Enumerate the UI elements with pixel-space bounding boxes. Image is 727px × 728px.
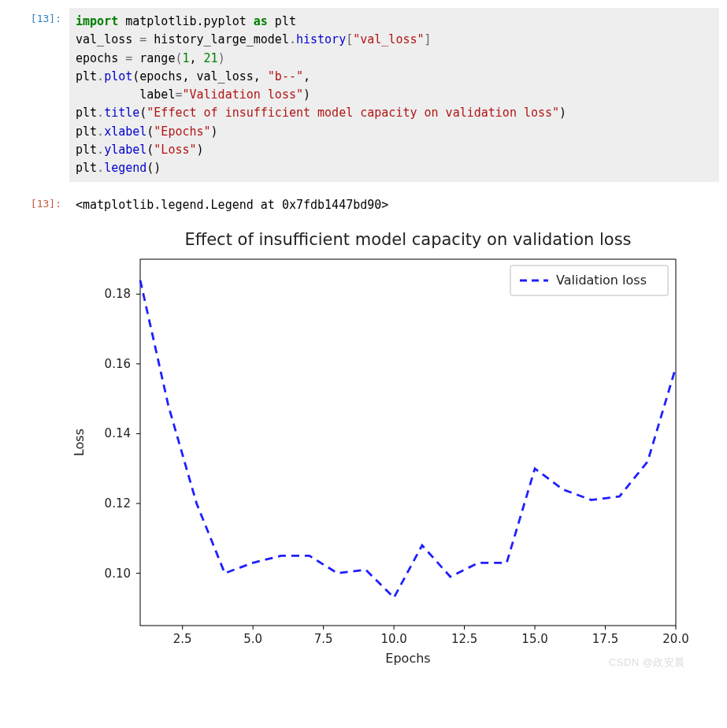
str: "Validation loss": [182, 87, 303, 102]
attr: plot: [104, 69, 132, 84]
code-text: plt: [76, 161, 97, 175]
svg-text:10.0: 10.0: [380, 632, 406, 646]
code-text: ): [303, 87, 310, 102]
op: .: [97, 143, 104, 157]
svg-text:17.5: 17.5: [592, 632, 618, 646]
code-text: plt: [76, 69, 97, 84]
code-text: plt: [76, 124, 97, 139]
code-text: [132, 51, 139, 65]
code-text: plt: [268, 14, 296, 28]
svg-text:5.0: 5.0: [243, 632, 262, 646]
output-cell: [13]: <matplotlib.legend.Legend at 0x7fd…: [8, 193, 719, 217]
svg-text:0.16: 0.16: [105, 357, 131, 371]
svg-text:0.12: 0.12: [105, 496, 131, 511]
op: .: [97, 106, 104, 120]
op: .: [97, 69, 104, 84]
code-text: ): [211, 124, 218, 139]
fn: range: [139, 51, 175, 65]
num: 21: [204, 51, 218, 65]
code-text: label: [76, 87, 175, 102]
svg-text:2.5: 2.5: [173, 632, 192, 646]
op: =: [139, 32, 147, 46]
svg-text:Effect of insufficient model c: Effect of insufficient model capacity on…: [184, 230, 631, 249]
code-text: matplotlib.pyplot: [118, 14, 254, 28]
str: "Loss": [154, 143, 196, 157]
svg-text:20.0: 20.0: [662, 632, 688, 646]
str: "Epochs": [154, 124, 210, 139]
op: ]: [425, 32, 432, 46]
op: .: [289, 32, 296, 46]
code-text: val_loss: [76, 32, 139, 46]
svg-text:0.10: 0.10: [105, 566, 131, 581]
op: [: [346, 32, 353, 46]
input-cell: [13]: import matplotlib.pyplot as plt va…: [8, 8, 719, 182]
code-text: (: [147, 124, 154, 139]
code-text: plt: [76, 106, 97, 120]
code-text: plt: [76, 143, 97, 157]
attr: ylabel: [104, 143, 147, 157]
code-text: ): [559, 106, 566, 120]
code-text: epochs: [76, 51, 125, 65]
code-text: history_large_model: [147, 32, 289, 46]
svg-text:Loss: Loss: [72, 429, 87, 456]
chart-svg: Effect of insufficient model capacity on…: [69, 228, 692, 669]
svg-text:15.0: 15.0: [521, 632, 547, 646]
output-text: <matplotlib.legend.Legend at 0x7fdb1447b…: [69, 193, 719, 217]
watermark-text: CSDN @政安晨: [609, 656, 685, 670]
attr: title: [104, 106, 139, 120]
kw-as: as: [254, 14, 268, 28]
svg-text:0.18: 0.18: [105, 288, 131, 302]
svg-text:12.5: 12.5: [451, 632, 477, 646]
op: .: [97, 124, 104, 139]
attr: legend: [104, 161, 147, 175]
op: =: [125, 51, 132, 65]
kw-import: import: [76, 14, 118, 28]
code-text: (epochs, val_loss,: [132, 69, 268, 84]
str: "Effect of insufficient model capacity o…: [147, 106, 559, 120]
code-text: (: [139, 106, 147, 120]
chart-output: Effect of insufficient model capacity on…: [69, 228, 692, 671]
svg-text:Validation loss: Validation loss: [556, 273, 647, 288]
svg-text:Epochs: Epochs: [385, 651, 430, 666]
str: "b--": [268, 69, 303, 84]
code-text: (): [147, 161, 161, 175]
code-text: ,: [303, 69, 310, 84]
attr: xlabel: [104, 124, 147, 139]
op: ): [218, 51, 225, 65]
svg-text:0.14: 0.14: [105, 427, 131, 441]
input-prompt: [13]:: [8, 8, 69, 24]
op: .: [97, 161, 104, 175]
code-block[interactable]: import matplotlib.pyplot as plt val_loss…: [69, 8, 719, 182]
str: "val_loss": [353, 32, 424, 46]
num: 1: [182, 51, 189, 65]
code-text: (: [147, 143, 154, 157]
attr: history: [296, 32, 346, 46]
code-text: ,: [190, 51, 204, 65]
output-prompt: [13]:: [8, 193, 69, 210]
code-text: ): [197, 143, 204, 157]
svg-text:7.5: 7.5: [314, 632, 333, 646]
